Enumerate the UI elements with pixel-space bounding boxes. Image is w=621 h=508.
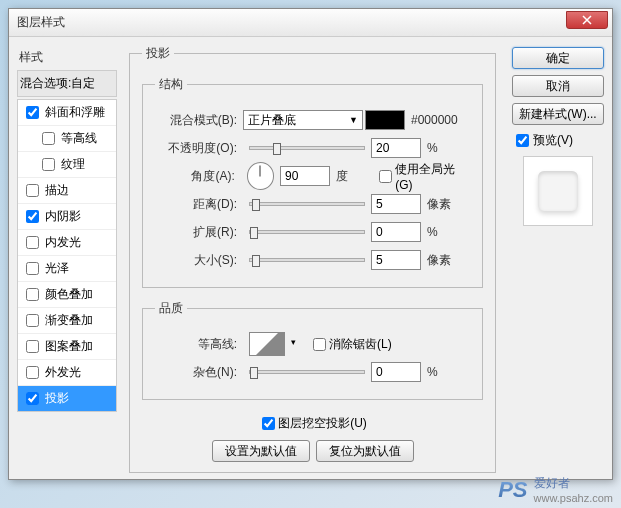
style-item-label: 斜面和浮雕 <box>45 104 105 121</box>
size-label: 大小(S): <box>155 252 243 269</box>
knockout-checkbox[interactable] <box>262 417 275 430</box>
opacity-label: 不透明度(O): <box>155 140 243 157</box>
style-item[interactable]: 内阴影 <box>18 204 116 230</box>
close-icon <box>582 15 592 25</box>
close-button[interactable] <box>566 11 608 29</box>
style-item-checkbox[interactable] <box>26 392 39 405</box>
style-item-label: 颜色叠加 <box>45 286 93 303</box>
ok-button[interactable]: 确定 <box>512 47 604 69</box>
style-item[interactable]: 内发光 <box>18 230 116 256</box>
quality-fieldset: 品质 等高线: 消除锯齿(L) 杂色(N): % <box>142 300 483 400</box>
contour-row: 等高线: 消除锯齿(L) <box>155 333 470 355</box>
distance-label: 距离(D): <box>155 196 243 213</box>
noise-slider[interactable] <box>249 370 365 374</box>
size-input[interactable] <box>371 250 421 270</box>
style-item-checkbox[interactable] <box>42 158 55 171</box>
reset-default-button[interactable]: 复位为默认值 <box>316 440 414 462</box>
style-item-label: 等高线 <box>61 130 97 147</box>
angle-dial[interactable] <box>247 162 274 190</box>
size-slider[interactable] <box>249 258 365 262</box>
blend-options-row[interactable]: 混合选项:自定 <box>17 70 117 97</box>
blend-mode-row: 混合模式(B): 正片叠底 #000000 <box>155 109 470 131</box>
preview-checkbox[interactable] <box>516 134 529 147</box>
preview-box <box>523 156 593 226</box>
style-item-label: 纹理 <box>61 156 85 173</box>
default-buttons-row: 设置为默认值 复位为默认值 <box>142 440 483 462</box>
style-item-checkbox[interactable] <box>26 340 39 353</box>
style-item[interactable]: 投影 <box>18 386 116 411</box>
distance-slider[interactable] <box>249 202 365 206</box>
style-list: 斜面和浮雕等高线纹理描边内阴影内发光光泽颜色叠加渐变叠加图案叠加外发光投影 <box>17 99 117 412</box>
sidebar: 样式 混合选项:自定 斜面和浮雕等高线纹理描边内阴影内发光光泽颜色叠加渐变叠加图… <box>9 37 121 479</box>
antialias-label[interactable]: 消除锯齿(L) <box>309 335 392 354</box>
style-item-checkbox[interactable] <box>26 366 39 379</box>
angle-row: 角度(A): 度 使用全局光(G) <box>155 165 470 187</box>
make-default-button[interactable]: 设置为默认值 <box>212 440 310 462</box>
opacity-slider[interactable] <box>249 146 365 150</box>
size-unit: 像素 <box>427 252 457 269</box>
style-item-checkbox[interactable] <box>42 132 55 145</box>
style-item-checkbox[interactable] <box>26 106 39 119</box>
style-item[interactable]: 图案叠加 <box>18 334 116 360</box>
style-item[interactable]: 斜面和浮雕 <box>18 100 116 126</box>
blend-mode-value: 正片叠底 <box>248 112 296 129</box>
angle-label: 角度(A): <box>155 168 241 185</box>
spread-unit: % <box>427 225 457 239</box>
blend-mode-select[interactable]: 正片叠底 <box>243 110 363 130</box>
noise-input[interactable] <box>371 362 421 382</box>
knockout-row: 图层挖空投影(U) <box>142 412 483 434</box>
distance-input[interactable] <box>371 194 421 214</box>
style-item-checkbox[interactable] <box>26 314 39 327</box>
style-item-label: 内发光 <box>45 234 81 251</box>
contour-label: 等高线: <box>155 336 243 353</box>
style-item[interactable]: 颜色叠加 <box>18 282 116 308</box>
style-item[interactable]: 外发光 <box>18 360 116 386</box>
shadow-color-swatch[interactable] <box>365 110 405 130</box>
style-item-label: 外发光 <box>45 364 81 381</box>
new-style-button[interactable]: 新建样式(W)... <box>512 103 604 125</box>
titlebar: 图层样式 <box>9 9 612 37</box>
global-light-checkbox[interactable] <box>379 170 392 183</box>
style-item-label: 内阴影 <box>45 208 81 225</box>
right-panel: 确定 取消 新建样式(W)... 预览(V) <box>504 37 612 479</box>
style-item-checkbox[interactable] <box>26 236 39 249</box>
angle-unit: 度 <box>336 168 365 185</box>
structure-fieldset: 结构 混合模式(B): 正片叠底 #000000 不透明度(O): % <box>142 76 483 288</box>
main-panel: 投影 结构 混合模式(B): 正片叠底 #000000 不透明度(O): <box>121 37 504 479</box>
window-title: 图层样式 <box>17 14 65 31</box>
cancel-button[interactable]: 取消 <box>512 75 604 97</box>
panel-title: 投影 <box>142 45 174 62</box>
watermark-logo: PS <box>498 477 527 503</box>
layer-style-dialog: 图层样式 样式 混合选项:自定 斜面和浮雕等高线纹理描边内阴影内发光光泽颜色叠加… <box>8 8 613 480</box>
global-light-label[interactable]: 使用全局光(G) <box>375 161 470 192</box>
size-row: 大小(S): 像素 <box>155 249 470 271</box>
knockout-label[interactable]: 图层挖空投影(U) <box>258 414 367 433</box>
spread-slider[interactable] <box>249 230 365 234</box>
style-item[interactable]: 描边 <box>18 178 116 204</box>
style-item[interactable]: 纹理 <box>18 152 116 178</box>
style-item-checkbox[interactable] <box>26 262 39 275</box>
contour-picker[interactable] <box>249 332 285 356</box>
style-item-checkbox[interactable] <box>26 184 39 197</box>
quality-legend: 品质 <box>155 300 187 317</box>
style-item[interactable]: 光泽 <box>18 256 116 282</box>
preview-label[interactable]: 预览(V) <box>512 131 604 150</box>
sidebar-header: 样式 <box>17 45 117 70</box>
noise-unit: % <box>427 365 457 379</box>
distance-unit: 像素 <box>427 196 457 213</box>
style-item-label: 渐变叠加 <box>45 312 93 329</box>
style-item-checkbox[interactable] <box>26 288 39 301</box>
distance-row: 距离(D): 像素 <box>155 193 470 215</box>
opacity-input[interactable] <box>371 138 421 158</box>
style-item[interactable]: 等高线 <box>18 126 116 152</box>
preview-swatch <box>538 171 578 211</box>
blend-mode-label: 混合模式(B): <box>155 112 243 129</box>
style-item-label: 光泽 <box>45 260 69 277</box>
style-item-checkbox[interactable] <box>26 210 39 223</box>
antialias-checkbox[interactable] <box>313 338 326 351</box>
angle-input[interactable] <box>280 166 330 186</box>
spread-input[interactable] <box>371 222 421 242</box>
structure-legend: 结构 <box>155 76 187 93</box>
opacity-unit: % <box>427 141 457 155</box>
style-item[interactable]: 渐变叠加 <box>18 308 116 334</box>
